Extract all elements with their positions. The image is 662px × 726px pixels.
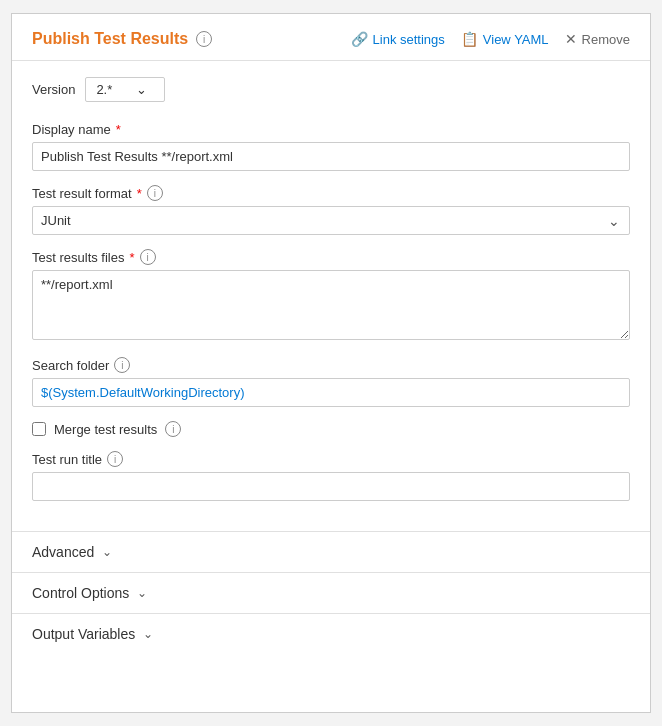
title-info-icon[interactable]: i bbox=[196, 31, 212, 47]
display-name-field: Display name * bbox=[32, 122, 630, 171]
search-folder-input[interactable] bbox=[32, 378, 630, 407]
merge-test-results-info-icon[interactable]: i bbox=[165, 421, 181, 437]
display-name-input[interactable] bbox=[32, 142, 630, 171]
test-run-title-field: Test run title i bbox=[32, 451, 630, 501]
test-result-format-required: * bbox=[137, 186, 142, 201]
search-folder-info-icon[interactable]: i bbox=[114, 357, 130, 373]
test-result-format-field: Test result format * i JUnit NUnit VSTes… bbox=[32, 185, 630, 235]
output-variables-chevron-icon: ⌄ bbox=[143, 627, 153, 641]
version-chevron-icon: ⌄ bbox=[136, 82, 147, 97]
control-options-section[interactable]: Control Options ⌄ bbox=[12, 572, 650, 613]
display-name-required: * bbox=[116, 122, 121, 137]
advanced-chevron-icon: ⌄ bbox=[102, 545, 112, 559]
title-group: Publish Test Results i bbox=[32, 30, 212, 48]
test-run-title-input[interactable] bbox=[32, 472, 630, 501]
version-label: Version bbox=[32, 82, 75, 97]
test-result-format-select-wrapper: JUnit NUnit VSTest xUnit CTest bbox=[32, 206, 630, 235]
version-row: Version 2.* ⌄ bbox=[32, 77, 630, 102]
display-name-label: Display name * bbox=[32, 122, 630, 137]
header-actions: 🔗 Link settings 📋 View YAML ✕ Remove bbox=[351, 31, 630, 47]
merge-test-results-row: Merge test results i bbox=[32, 421, 630, 437]
test-results-files-required: * bbox=[129, 250, 134, 265]
test-results-files-info-icon[interactable]: i bbox=[140, 249, 156, 265]
test-result-format-label: Test result format * i bbox=[32, 185, 630, 201]
test-result-format-info-icon[interactable]: i bbox=[147, 185, 163, 201]
remove-button[interactable]: ✕ Remove bbox=[565, 31, 630, 47]
merge-test-results-label: Merge test results bbox=[54, 422, 157, 437]
test-results-files-field: Test results files * i **/report.xml bbox=[32, 249, 630, 343]
test-results-files-label: Test results files * i bbox=[32, 249, 630, 265]
merge-test-results-checkbox[interactable] bbox=[32, 422, 46, 436]
search-folder-label: Search folder i bbox=[32, 357, 630, 373]
link-settings-button[interactable]: 🔗 Link settings bbox=[351, 31, 445, 47]
output-variables-section[interactable]: Output Variables ⌄ bbox=[12, 613, 650, 654]
test-results-files-input[interactable]: **/report.xml bbox=[32, 270, 630, 340]
test-result-format-select[interactable]: JUnit NUnit VSTest xUnit CTest bbox=[32, 206, 630, 235]
panel-body: Version 2.* ⌄ Display name * Test result… bbox=[12, 61, 650, 531]
advanced-label: Advanced bbox=[32, 544, 94, 560]
panel-title: Publish Test Results bbox=[32, 30, 188, 48]
remove-icon: ✕ bbox=[565, 31, 577, 47]
view-yaml-button[interactable]: 📋 View YAML bbox=[461, 31, 549, 47]
control-options-label: Control Options bbox=[32, 585, 129, 601]
link-icon: 🔗 bbox=[351, 31, 368, 47]
control-options-chevron-icon: ⌄ bbox=[137, 586, 147, 600]
test-run-title-info-icon[interactable]: i bbox=[107, 451, 123, 467]
output-variables-label: Output Variables bbox=[32, 626, 135, 642]
version-select[interactable]: 2.* ⌄ bbox=[85, 77, 165, 102]
search-folder-field: Search folder i bbox=[32, 357, 630, 407]
test-run-title-label: Test run title i bbox=[32, 451, 630, 467]
yaml-icon: 📋 bbox=[461, 31, 478, 47]
advanced-section[interactable]: Advanced ⌄ bbox=[12, 531, 650, 572]
panel-header: Publish Test Results i 🔗 Link settings 📋… bbox=[12, 14, 650, 61]
publish-test-results-panel: Publish Test Results i 🔗 Link settings 📋… bbox=[11, 13, 651, 713]
